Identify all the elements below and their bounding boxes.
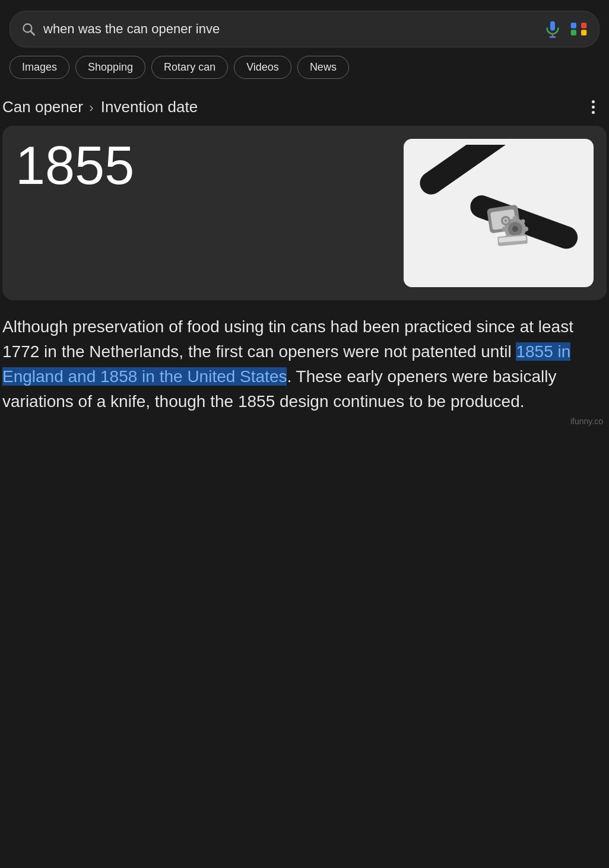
can-opener-image [404,139,594,287]
tab-shopping[interactable]: Shopping [75,56,145,79]
breadcrumb-container: Can opener › Invention date [0,90,609,126]
breadcrumb: Can opener › Invention date [2,98,198,116]
breadcrumb-parent[interactable]: Can opener [2,98,83,116]
can-opener-illustration [410,145,588,281]
svg-rect-8 [581,30,586,35]
svg-point-20 [502,227,507,231]
tab-rotary-can[interactable]: Rotary can [151,56,228,79]
search-bar[interactable]: when was the can opener inve [9,11,600,47]
svg-line-1 [31,31,34,35]
lens-icon[interactable] [569,20,588,39]
tab-videos[interactable]: Videos [234,56,291,79]
svg-point-21 [521,220,525,224]
description-before-highlight: Although preservation of food using tin … [2,317,573,361]
year-value: 1855 [15,139,394,192]
svg-point-16 [512,226,518,232]
tab-images[interactable]: Images [9,56,69,79]
svg-point-18 [524,227,528,231]
svg-point-17 [513,216,518,221]
page-wrapper: when was the can opener inve Images Shop… [0,11,609,432]
search-query: when was the can opener inve [43,21,536,37]
more-options-button[interactable] [587,96,600,119]
info-card: 1855 [2,126,607,300]
voice-icon[interactable] [543,20,562,39]
svg-rect-7 [571,30,576,35]
svg-rect-5 [571,23,576,28]
breadcrumb-separator: › [89,100,97,115]
watermark: ifunny.co [570,416,603,426]
breadcrumb-child: Invention date [101,98,198,116]
svg-rect-2 [550,21,555,31]
search-icon [21,21,36,37]
description-container: Although preservation of food using tin … [0,312,609,414]
tab-news[interactable]: News [297,56,349,79]
filter-tabs-container: Images Shopping Rotary can Videos News [0,56,609,90]
svg-rect-6 [581,23,586,28]
